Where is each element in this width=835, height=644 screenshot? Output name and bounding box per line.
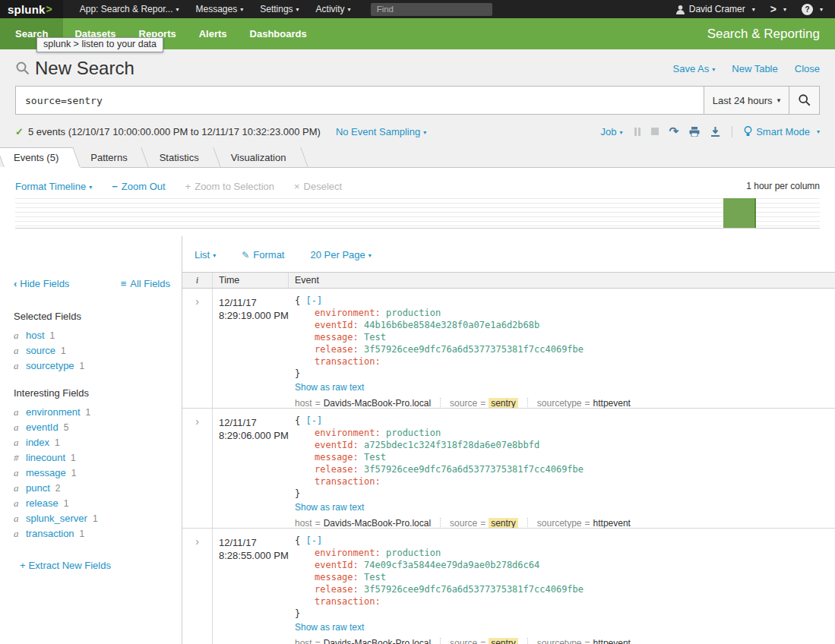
field-name: eventId: [26, 421, 59, 433]
per-page-menu[interactable]: 20 Per Page: [310, 249, 371, 260]
zoom-out-button[interactable]: Zoom Out: [112, 181, 165, 192]
save-as-button[interactable]: Save As: [673, 63, 716, 74]
tab-events[interactable]: Events (5): [0, 147, 77, 167]
field-type-icon: a: [14, 406, 26, 418]
field-message[interactable]: amessage1: [14, 467, 182, 482]
splunk-logo[interactable]: splunk>: [0, 0, 63, 18]
share-icon[interactable]: [669, 125, 679, 138]
field-host[interactable]: ahost1: [14, 330, 182, 345]
host-field[interactable]: host=Davids-MacBook-Pro.local: [295, 398, 431, 409]
source-field[interactable]: source=sentry: [440, 638, 518, 644]
new-table-button[interactable]: New Table: [732, 63, 777, 74]
tab-label: Patterns: [90, 152, 127, 163]
field-eventid[interactable]: aeventId5: [14, 421, 182, 437]
field-transaction[interactable]: atransaction1: [14, 528, 182, 543]
tab-visualization[interactable]: Visualization: [217, 147, 305, 167]
json-collapse-toggle[interactable]: [-]: [305, 295, 322, 306]
pause-icon[interactable]: [634, 128, 640, 136]
expand-event-icon[interactable]: ›: [195, 536, 199, 547]
search-mode-menu[interactable]: Smart Mode: [744, 126, 820, 137]
json-value[interactable]: Test: [364, 332, 386, 343]
json-value[interactable]: a725bdec1c324f318f28da6e07e8bbfd: [364, 440, 539, 450]
time-column-header: Time: [213, 273, 289, 288]
search-bar: Last 24 hours: [15, 86, 820, 115]
extract-new-fields-button[interactable]: Extract New Fields: [20, 560, 182, 571]
field-index[interactable]: aindex1: [14, 437, 182, 452]
format-timeline-menu[interactable]: Format Timeline: [15, 181, 92, 192]
timeline-event-bar[interactable]: [723, 198, 756, 228]
messages-menu[interactable]: Messages: [196, 4, 244, 14]
all-fields-button[interactable]: All Fields: [121, 278, 170, 289]
json-value[interactable]: production: [386, 548, 441, 558]
json-collapse-toggle[interactable]: [-]: [305, 535, 322, 546]
nav-tab-dashboards[interactable]: Dashboards: [239, 18, 318, 49]
json-key: release: [315, 584, 353, 595]
expand-event-icon[interactable]: ›: [195, 416, 199, 427]
field-sourcetype[interactable]: asourcetype1: [14, 360, 182, 375]
export-icon[interactable]: [710, 127, 720, 137]
timeline-chart[interactable]: [15, 198, 820, 229]
splunk-logo-text: splunk: [8, 3, 46, 16]
field-name: environment: [26, 406, 81, 418]
time-range-picker[interactable]: Last 24 hours: [704, 86, 789, 115]
json-value[interactable]: Test: [364, 452, 386, 462]
field-count: 1: [71, 468, 77, 478]
json-collapse-toggle[interactable]: [-]: [305, 415, 322, 426]
json-value[interactable]: 3f57926cee9dfc76a6d5377375381f7cc4069fbe: [364, 344, 584, 355]
user-menu[interactable]: David Cramer: [675, 4, 755, 14]
json-value[interactable]: production: [386, 428, 441, 438]
hide-fields-button[interactable]: Hide Fields: [14, 278, 69, 289]
field-punct[interactable]: apunct2: [14, 482, 182, 497]
tab-patterns[interactable]: Patterns: [77, 147, 145, 167]
zoom-to-selection-button[interactable]: Zoom to Selection: [185, 181, 274, 192]
field-splunk-server[interactable]: asplunk_server1: [14, 513, 182, 528]
print-icon[interactable]: [689, 127, 700, 137]
field-source[interactable]: asource1: [14, 345, 182, 360]
close-button[interactable]: Close: [795, 63, 820, 74]
search-button[interactable]: [789, 86, 820, 115]
help-menu[interactable]: [802, 4, 823, 15]
list-view-menu[interactable]: List: [195, 249, 216, 260]
job-menu[interactable]: Job: [601, 126, 623, 137]
app-nav-bar: Search Datasets Reports Alerts Dashboard…: [0, 18, 835, 49]
tab-statistics[interactable]: Statistics: [146, 147, 217, 167]
fields-sidebar: Hide Fields All Fields Selected Fields a…: [0, 236, 182, 644]
activity-menu[interactable]: Activity: [316, 4, 351, 14]
sourcetype-field[interactable]: sourcetype=httpevent: [527, 638, 631, 644]
field-count: 1: [80, 361, 85, 371]
chevron-down-icon: [89, 184, 92, 191]
sourcetype-field[interactable]: sourcetype=httpevent: [527, 398, 631, 409]
field-count: 1: [64, 498, 69, 509]
host-field[interactable]: host=Davids-MacBook-Pro.local: [295, 638, 431, 644]
source-field[interactable]: source=sentry: [440, 398, 518, 409]
nav-tab-alerts[interactable]: Alerts: [188, 18, 239, 49]
format-menu[interactable]: Format: [242, 249, 284, 260]
user-name: David Cramer: [689, 4, 745, 14]
stop-icon[interactable]: [651, 128, 659, 135]
source-field[interactable]: source=sentry: [440, 518, 518, 529]
field-environment[interactable]: aenvironment1: [14, 406, 182, 421]
show-raw-link[interactable]: Show as raw text: [295, 502, 364, 513]
expand-event-icon[interactable]: ›: [195, 296, 199, 307]
sourcetype-field[interactable]: sourcetype=httpevent: [527, 518, 631, 529]
show-raw-link[interactable]: Show as raw text: [295, 622, 364, 633]
app-menu[interactable]: App: Search & Repor...: [80, 4, 179, 14]
event-sampling-menu[interactable]: No Event Sampling: [336, 126, 426, 137]
event-timestamp: 12/11/17 8:29:06.000 PM: [213, 409, 289, 528]
field-release[interactable]: arelease1: [14, 497, 182, 513]
json-value[interactable]: 74e09cf3a5844ee79da9ae0b278d6c64: [364, 560, 539, 570]
field-linecount[interactable]: #linecount1: [14, 452, 182, 467]
show-raw-link[interactable]: Show as raw text: [295, 382, 364, 393]
json-value[interactable]: 3f57926cee9dfc76a6d5377375381f7cc4069fbe: [364, 464, 584, 475]
json-value[interactable]: production: [386, 308, 441, 318]
deselect-button[interactable]: Deselect: [294, 181, 342, 192]
json-value[interactable]: 3f57926cee9dfc76a6d5377375381f7cc4069fbe: [364, 584, 584, 595]
json-key: eventId: [315, 560, 353, 570]
json-value[interactable]: Test: [364, 572, 386, 582]
host-field[interactable]: host=Davids-MacBook-Pro.local: [295, 518, 431, 529]
messenger-menu[interactable]: >: [770, 3, 786, 15]
find-input[interactable]: [371, 3, 492, 16]
search-query-input[interactable]: [15, 86, 704, 115]
json-value[interactable]: 44b16b6be8584e328f0a07e1a6d2b68b: [364, 320, 539, 330]
settings-menu[interactable]: Settings: [260, 4, 299, 14]
